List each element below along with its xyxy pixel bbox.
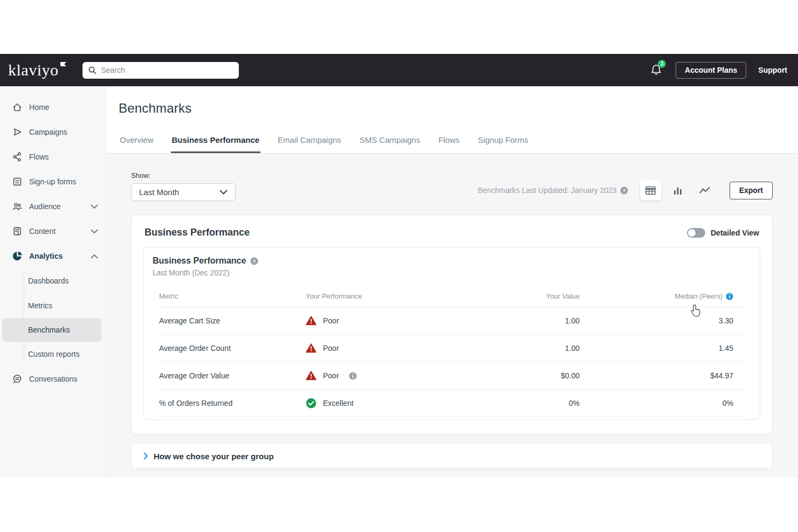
peer-group-expander[interactable]: How we chose your peer group <box>131 443 773 469</box>
sidebar-item-benchmarks[interactable]: Benchmarks <box>2 318 101 342</box>
table-view-button[interactable] <box>640 180 662 201</box>
chevron-up-icon <box>91 254 98 259</box>
main-content: Benchmarks Overview Business Performance… <box>106 86 798 477</box>
analytics-pie-icon <box>12 251 23 261</box>
info-icon[interactable] <box>726 293 733 300</box>
col-your-performance: Your Performance <box>306 292 463 300</box>
peer-group-label: How we chose your peer group <box>154 452 274 461</box>
panel-title: Business Performance <box>153 256 246 266</box>
bar-chart-view-button[interactable] <box>667 180 689 201</box>
notification-badge: 3 <box>658 60 666 68</box>
app-window: klaviyo 3 Account Plans Support <box>0 0 798 532</box>
content-area: Show: Last Month Benchmarks Last Updated… <box>106 171 798 469</box>
right-controls: Benchmarks Last Updated: January 2023 ? <box>478 180 773 201</box>
show-label: Show: <box>131 171 236 179</box>
notifications-button[interactable]: 3 <box>650 63 664 77</box>
trend-line-icon <box>699 186 711 195</box>
card-title: Business Performance <box>145 227 250 238</box>
analytics-submenu: Dashboards Metrics Benchmarks Custom rep… <box>0 268 106 367</box>
page-header: Benchmarks Overview Business Performance… <box>106 86 798 154</box>
search-input[interactable] <box>101 66 233 74</box>
table-view-icon <box>645 185 656 196</box>
business-performance-card: Business Performance Detailed View Busin… <box>131 215 773 434</box>
chevron-down-icon <box>91 204 98 209</box>
sidebar-item-campaigns[interactable]: Campaigns <box>0 120 106 144</box>
tab-email-campaigns[interactable]: Email Campaigns <box>277 130 342 153</box>
home-icon <box>12 102 23 113</box>
sidebar-item-content[interactable]: Content <box>0 219 106 244</box>
sidebar-item-signup-forms[interactable]: Sign-up forms <box>0 169 106 194</box>
page-title: Benchmarks <box>106 86 798 116</box>
tab-overview[interactable]: Overview <box>119 130 155 153</box>
audience-icon <box>12 201 23 212</box>
table-row: Average Cart Size Poor 1.00 3.30 <box>159 307 745 335</box>
detailed-view-label: Detailed View <box>711 229 759 237</box>
global-search[interactable] <box>82 62 239 79</box>
panel-subtitle: Last Month (Dec 2022) <box>153 268 751 277</box>
show-filter: Show: Last Month <box>131 171 236 201</box>
sidebar-item-flows[interactable]: Flows <box>0 144 106 169</box>
detailed-view-control: Detailed View <box>687 228 759 238</box>
tab-signup-forms[interactable]: Signup Forms <box>477 130 529 153</box>
trend-view-button[interactable] <box>694 180 716 201</box>
chevron-right-icon <box>143 452 148 460</box>
svg-text:?: ? <box>253 258 256 264</box>
benchmark-table: Metric Your Performance Your Value Media… <box>159 288 745 417</box>
support-link[interactable]: Support <box>758 66 787 74</box>
table-row: Average Order Value Poor $0.00 $44.97 <box>159 362 745 390</box>
help-icon[interactable]: ? <box>620 186 628 195</box>
benchmarks-tabs: Overview Business Performance Email Camp… <box>106 130 798 154</box>
export-button[interactable]: Export <box>730 182 773 199</box>
detailed-view-toggle[interactable] <box>687 228 705 238</box>
sidebar-item-analytics[interactable]: Analytics <box>0 244 106 268</box>
warning-icon <box>306 343 317 353</box>
chevron-down-icon <box>219 190 228 195</box>
campaigns-icon <box>12 127 23 137</box>
warning-icon <box>306 371 317 381</box>
klaviyo-logo[interactable]: klaviyo <box>8 61 66 79</box>
klaviyo-flag-icon <box>60 62 66 67</box>
flows-icon <box>12 151 23 162</box>
sidebar-item-custom-reports[interactable]: Custom reports <box>0 342 106 367</box>
help-icon[interactable]: ? <box>250 257 258 265</box>
sidebar: Home Campaigns Flows Sign-up forms Audie… <box>0 86 106 477</box>
col-your-value: Your Value <box>463 292 580 300</box>
col-metric: Metric <box>159 292 306 300</box>
sidebar-item-home[interactable]: Home <box>0 95 106 120</box>
sidebar-item-dashboards[interactable]: Dashboards <box>0 268 106 293</box>
warning-icon <box>306 316 317 326</box>
table-header-row: Metric Your Performance Your Value Media… <box>159 288 745 307</box>
sidebar-item-audience[interactable]: Audience <box>0 194 106 219</box>
period-select[interactable]: Last Month <box>131 183 236 201</box>
sidebar-item-conversations[interactable]: Conversations <box>0 367 106 391</box>
sidebar-item-metrics[interactable]: Metrics <box>0 293 106 318</box>
tab-sms-campaigns[interactable]: SMS Campaigns <box>359 130 422 153</box>
signup-forms-icon <box>12 176 23 187</box>
topbar-actions: 3 Account Plans Support <box>650 62 787 79</box>
table-row: % of Orders Returned Excellent 0% 0% <box>159 390 745 417</box>
bar-chart-icon <box>673 185 683 195</box>
svg-text:?: ? <box>622 187 625 193</box>
info-icon[interactable] <box>349 372 357 380</box>
account-plans-button[interactable]: Account Plans <box>676 62 746 79</box>
card-header: Business Performance Detailed View <box>143 227 760 238</box>
last-updated: Benchmarks Last Updated: January 2023 ? <box>478 186 628 195</box>
topbar: klaviyo 3 Account Plans Support <box>0 54 798 86</box>
tab-business-performance[interactable]: Business Performance <box>171 130 261 153</box>
table-row: Average Order Count Poor 1.00 1.45 <box>159 335 745 362</box>
tab-flows[interactable]: Flows <box>437 130 460 153</box>
view-mode-switcher <box>640 180 716 201</box>
klaviyo-logo-text: klaviyo <box>8 61 59 79</box>
controls-row: Show: Last Month Benchmarks Last Updated… <box>131 171 773 201</box>
success-icon <box>306 398 317 409</box>
col-median-peers[interactable]: Median (Peers) <box>580 292 747 300</box>
benchmark-table-panel: Business Performance ? Last Month (Dec 2… <box>143 247 760 420</box>
content-icon <box>12 226 23 237</box>
search-icon <box>88 66 97 75</box>
chevron-down-icon <box>91 229 98 234</box>
conversations-icon <box>12 374 23 384</box>
